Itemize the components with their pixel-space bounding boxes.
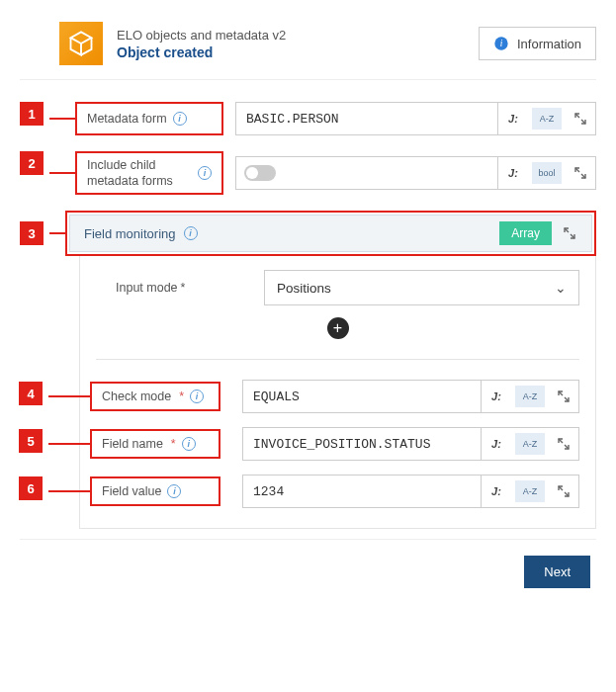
callout-6: 6 <box>19 476 43 500</box>
section-label: Field monitoring <box>84 226 176 241</box>
input-mode-select[interactable]: Positions ⌄ <box>264 270 579 305</box>
row-metadata-form: 1 Metadata form i J: A-Z <box>20 102 596 135</box>
help-icon[interactable]: i <box>190 389 204 403</box>
type-tag: A-Z <box>515 480 545 502</box>
json-toggle[interactable]: J: <box>498 157 528 189</box>
input-controls: J: A-Z <box>482 380 579 413</box>
check-mode-input[interactable] <box>242 380 482 413</box>
include-child-toggle[interactable] <box>244 165 276 181</box>
type-tag: bool <box>532 162 562 184</box>
row-include-child: 2 Include child metadata forms i J: bool <box>20 151 596 195</box>
help-icon[interactable]: i <box>198 166 212 180</box>
input-controls: J: A-Z <box>498 102 596 135</box>
help-icon[interactable]: i <box>167 484 181 498</box>
help-icon[interactable]: i <box>182 437 196 451</box>
header: ELO objects and metadata v2 Object creat… <box>20 16 596 80</box>
label-input-mode: Input mode* <box>96 281 264 295</box>
help-icon[interactable]: i <box>173 112 187 126</box>
metadata-form-input[interactable] <box>235 102 498 135</box>
field-monitoring-section[interactable]: Field monitoring i Array <box>69 215 592 252</box>
array-badge: Array <box>499 221 552 245</box>
module-title: ELO objects and metadata v2 <box>117 28 286 43</box>
callout-3: 3 <box>20 221 44 245</box>
callout-4: 4 <box>19 382 43 405</box>
next-button[interactable]: Next <box>524 556 590 588</box>
json-toggle[interactable]: J: <box>482 428 511 460</box>
expand-icon[interactable] <box>566 157 595 189</box>
label-field-value: Field value i <box>90 476 220 506</box>
event-title: Object created <box>117 44 286 60</box>
row-check-mode: 4 Check mode* i J: A-Z <box>96 380 579 413</box>
row-field-name: 5 Field name* i J: A-Z <box>96 427 579 461</box>
include-child-toggle-box <box>235 156 498 190</box>
add-item-button[interactable]: + <box>327 317 349 339</box>
json-toggle[interactable]: J: <box>498 103 528 134</box>
field-monitoring-body: Input mode* Positions ⌄ + 4 Check mode* … <box>79 256 596 529</box>
expand-icon[interactable] <box>549 381 578 412</box>
footer-divider <box>20 539 596 540</box>
label-check-mode: Check mode* i <box>90 382 220 411</box>
expand-icon[interactable] <box>558 221 581 245</box>
json-toggle[interactable]: J: <box>482 476 511 507</box>
input-controls: J: bool <box>498 156 596 190</box>
label-field-name: Field name* i <box>90 429 220 459</box>
expand-icon[interactable] <box>549 428 578 460</box>
field-name-input[interactable] <box>242 427 482 461</box>
row-field-monitoring: 3 Field monitoring i Array <box>20 211 596 256</box>
module-icon <box>59 22 103 65</box>
callout-2: 2 <box>20 151 44 175</box>
input-controls: J: A-Z <box>482 475 579 508</box>
info-icon: i <box>493 36 509 51</box>
type-tag: A-Z <box>515 386 545 407</box>
expand-icon[interactable] <box>566 103 595 134</box>
json-toggle[interactable]: J: <box>482 381 511 412</box>
field-value-input[interactable] <box>242 475 482 508</box>
help-icon[interactable]: i <box>184 226 198 240</box>
label-include-child: Include child metadata forms i <box>75 151 223 195</box>
expand-icon[interactable] <box>549 476 578 507</box>
callout-1: 1 <box>20 102 44 126</box>
chevron-down-icon: ⌄ <box>555 280 567 296</box>
information-button[interactable]: i Information <box>479 27 596 60</box>
type-tag: A-Z <box>515 433 545 455</box>
divider <box>96 359 579 360</box>
input-controls: J: A-Z <box>482 427 579 461</box>
type-tag: A-Z <box>532 108 562 130</box>
row-input-mode: Input mode* Positions ⌄ <box>96 270 579 305</box>
callout-5: 5 <box>19 429 43 453</box>
svg-text:i: i <box>500 39 503 48</box>
label-metadata-form: Metadata form i <box>75 102 223 135</box>
row-field-value: 6 Field value i J: A-Z <box>96 475 579 508</box>
